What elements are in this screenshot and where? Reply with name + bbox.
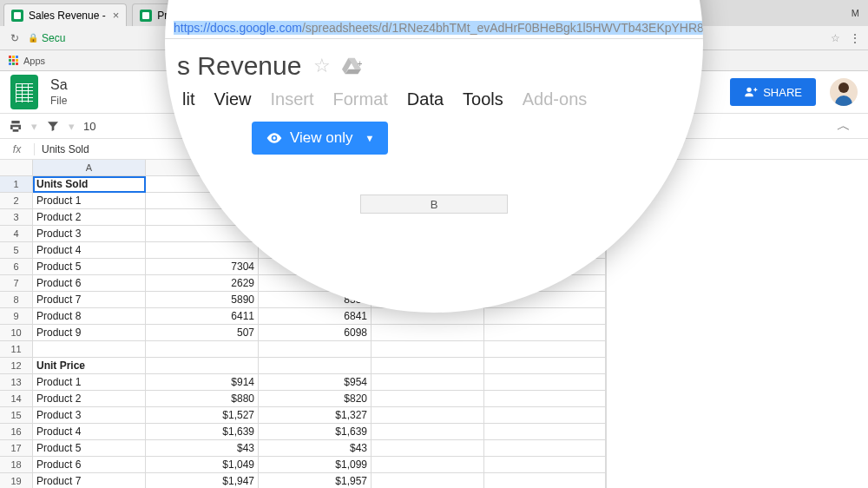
cell[interactable]	[484, 358, 606, 374]
cell[interactable]: $820	[259, 391, 372, 407]
row-header[interactable]: 13	[0, 374, 33, 391]
cell[interactable]	[484, 440, 606, 457]
cell[interactable]: $914	[146, 374, 259, 391]
cell[interactable]	[484, 391, 606, 407]
row-header[interactable]: 18	[0, 457, 33, 473]
sheets-logo-icon[interactable]	[10, 75, 38, 109]
menu-insert[interactable]: Insert	[270, 89, 313, 109]
cell[interactable]	[33, 341, 146, 358]
row-header[interactable]: 17	[0, 440, 33, 457]
cell[interactable]	[372, 325, 484, 341]
cell[interactable]: $1,327	[259, 407, 372, 424]
menu-data[interactable]: Data	[407, 89, 444, 109]
cell[interactable]: Product 5	[33, 259, 146, 275]
column-header[interactable]: A	[33, 160, 146, 176]
cell[interactable]: Product 1	[33, 374, 146, 391]
cell[interactable]: 7304	[146, 259, 259, 275]
cell[interactable]	[259, 358, 372, 374]
cell[interactable]	[372, 391, 484, 407]
document-title-magnified[interactable]: s Revenue	[177, 51, 301, 81]
cell[interactable]	[372, 457, 484, 473]
row-header[interactable]: 4	[0, 226, 33, 242]
row-header[interactable]: 19	[0, 473, 33, 488]
zoom-level[interactable]: 10	[83, 120, 95, 133]
secure-indicator[interactable]: 🔒 Secu	[28, 32, 65, 44]
cell[interactable]: Product 2	[33, 209, 146, 226]
cell[interactable]: Product 7	[33, 292, 146, 308]
view-only-button[interactable]: View only ▼	[252, 122, 388, 155]
row-header[interactable]: 7	[0, 275, 33, 292]
cell[interactable]	[484, 325, 606, 341]
reload-icon[interactable]: ↻	[7, 30, 23, 46]
cell[interactable]	[484, 407, 606, 424]
apps-label[interactable]: Apps	[23, 56, 45, 66]
cell[interactable]	[372, 473, 484, 488]
cell[interactable]: $1,527	[146, 407, 259, 424]
cell[interactable]: Product 4	[33, 424, 146, 440]
move-to-drive-icon[interactable]: +	[341, 56, 362, 76]
chrome-profile-indicator[interactable]: M	[852, 8, 859, 18]
cell[interactable]: Units Sold	[33, 176, 146, 193]
cell[interactable]	[484, 341, 606, 358]
cell[interactable]: $1,957	[259, 473, 372, 488]
star-icon[interactable]: ☆	[313, 55, 331, 77]
row-header[interactable]: 10	[0, 325, 33, 341]
cell[interactable]: Product 3	[33, 407, 146, 424]
cell[interactable]: Product 6	[33, 275, 146, 292]
cell[interactable]: Product 5	[33, 440, 146, 457]
menu-edit[interactable]: lit	[182, 89, 194, 109]
cell[interactable]: $43	[259, 440, 372, 457]
cell[interactable]	[484, 457, 606, 473]
cell[interactable]: Product 1	[33, 193, 146, 209]
cell[interactable]: $880	[146, 391, 259, 407]
cell[interactable]	[259, 341, 372, 358]
cell[interactable]: Product 6	[33, 457, 146, 473]
print-icon[interactable]	[9, 119, 23, 133]
cell[interactable]: $43	[146, 440, 259, 457]
cell[interactable]	[372, 424, 484, 440]
bookmark-star-icon[interactable]: ☆	[831, 32, 840, 44]
row-header[interactable]: 9	[0, 308, 33, 325]
url-field[interactable]: https://docs.google.com/spreadsheets/d/1…	[165, 19, 703, 39]
cell[interactable]: 507	[146, 325, 259, 341]
cell[interactable]: Product 3	[33, 226, 146, 242]
cell[interactable]	[372, 374, 484, 391]
cell[interactable]: Product 9	[33, 325, 146, 341]
chrome-menu-icon[interactable]: ⋮	[849, 31, 861, 45]
cell[interactable]	[146, 242, 259, 259]
cell[interactable]	[372, 341, 484, 358]
close-tab-icon[interactable]: ×	[113, 9, 120, 22]
menu-addons[interactable]: Add-ons	[523, 89, 588, 109]
row-header[interactable]: 5	[0, 242, 33, 259]
row-header[interactable]: 12	[0, 358, 33, 374]
cell[interactable]: $1,947	[146, 473, 259, 488]
formula-input[interactable]: Units Sold	[35, 143, 89, 155]
collapse-toolbar-icon[interactable]: ︿	[837, 117, 851, 135]
cell[interactable]: $1,639	[146, 424, 259, 440]
row-header[interactable]: 11	[0, 341, 33, 358]
cell[interactable]: $1,049	[146, 457, 259, 473]
user-avatar[interactable]	[830, 78, 858, 106]
cell[interactable]	[146, 358, 259, 374]
menu-format[interactable]: Format	[332, 89, 387, 109]
menu-view[interactable]: View	[214, 89, 251, 109]
cell[interactable]: $1,639	[259, 424, 372, 440]
row-header[interactable]: 16	[0, 424, 33, 440]
cell[interactable]	[484, 374, 606, 391]
share-button[interactable]: SHARE	[730, 78, 816, 106]
cell[interactable]	[372, 358, 484, 374]
cell[interactable]	[372, 407, 484, 424]
cell[interactable]: Unit Price	[33, 358, 146, 374]
menu-tools[interactable]: Tools	[463, 89, 503, 109]
cell[interactable]: 6411	[146, 308, 259, 325]
cell[interactable]: $954	[259, 374, 372, 391]
cell[interactable]: Product 4	[33, 242, 146, 259]
cell[interactable]: Product 8	[33, 308, 146, 325]
cell[interactable]: Product 7	[33, 473, 146, 488]
cell[interactable]: Product 2	[33, 391, 146, 407]
row-header[interactable]: 8	[0, 292, 33, 308]
cell[interactable]: 6841	[259, 308, 372, 325]
cell[interactable]	[484, 308, 606, 325]
column-header-b-magnified[interactable]: B	[360, 195, 508, 214]
cell[interactable]	[146, 341, 259, 358]
